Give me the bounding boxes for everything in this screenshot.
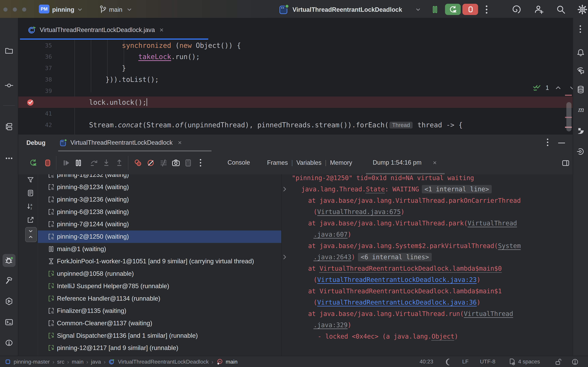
copy-dump-icon[interactable] <box>27 189 34 197</box>
next-problem-icon[interactable] <box>569 85 573 91</box>
maven-icon[interactable]: m <box>576 105 585 114</box>
code-editor[interactable]: 35 synchronized (new Object()) {36 takeL… <box>18 40 573 134</box>
toolbar-more-icon[interactable] <box>199 158 202 167</box>
line-number[interactable]: 39 <box>18 87 52 94</box>
project-name[interactable]: pinning <box>52 6 74 13</box>
breadcrumb-item[interactable]: main <box>72 359 84 365</box>
rerun-icon[interactable] <box>29 159 37 167</box>
source-link[interactable]: VirtualThreadReentrantLockDeadlock.java:… <box>317 299 477 306</box>
tab-variables[interactable]: Variables <box>296 159 321 166</box>
stack-trace-line[interactable]: (VirtualThread.java:675) <box>313 206 405 217</box>
thread-row[interactable]: Finalizer@1135 (waiting) <box>38 305 281 317</box>
collapse-all-button[interactable] <box>25 227 37 242</box>
services-tool-icon[interactable] <box>5 297 13 306</box>
line-number[interactable]: 36 <box>18 53 52 60</box>
thread-row[interactable]: main@1 (waiting) <box>38 243 281 255</box>
breadcrumb-item[interactable]: VirtualThreadReentrantLockDeadlock <box>118 359 209 365</box>
resume-icon[interactable] <box>62 159 71 167</box>
stack-text[interactable]: Object <box>432 333 454 340</box>
code-line[interactable]: 37 } <box>18 62 573 74</box>
stack-trace-line[interactable]: java.lang.Thread.State: WAITING<1 intern… <box>301 184 492 195</box>
step-out-icon[interactable] <box>115 159 124 167</box>
hide-panel-icon[interactable] <box>558 143 565 143</box>
source-link[interactable]: .java:329 <box>313 321 347 329</box>
layout-settings-icon[interactable] <box>562 159 570 167</box>
stack-trace-line[interactable]: at java.base/java.lang.VirtualThread.par… <box>308 195 521 206</box>
close-icon[interactable] <box>159 27 164 33</box>
stack-trace-line[interactable]: (VirtualThreadReentrantLockDeadlock.java… <box>313 274 480 285</box>
source-link[interactable]: .java:2643 <box>313 253 351 261</box>
settings-gear-icon[interactable] <box>578 5 587 15</box>
stack-trace-line[interactable]: .java:329) <box>313 319 351 331</box>
code-line[interactable]: 41 <box>18 108 573 119</box>
error-indicator-icon[interactable] <box>571 358 579 366</box>
stack-trace-line[interactable]: at VirtualThreadReentrantLockDeadlock.la… <box>308 285 502 297</box>
thread-row[interactable]: pinning-2@1250 (waiting) <box>38 231 281 243</box>
close-icon[interactable] <box>177 140 182 145</box>
thread-row[interactable]: pinning-6@1238 (waiting) <box>38 206 281 218</box>
cursor-position[interactable]: 40:23 <box>420 359 433 365</box>
thread-row[interactable]: unpinned@1058 (runnable) <box>38 267 281 280</box>
code-line[interactable]: 39 <box>18 85 573 97</box>
project-tool-icon[interactable] <box>5 46 13 55</box>
tab-options-icon[interactable] <box>579 25 582 33</box>
fold-chevron-icon[interactable] <box>283 254 287 260</box>
thread-row[interactable]: pinning-1@1232 (waiting) <box>38 174 281 181</box>
ai-assistant-icon[interactable] <box>511 5 521 15</box>
thread-row[interactable]: pinning-8@1234 (waiting) <box>38 181 281 193</box>
stack-trace-line[interactable]: - locked <0x4ec> (a java.lang.Object) <box>318 331 458 342</box>
fold-chevron-icon[interactable] <box>283 186 287 192</box>
tab-memory[interactable]: Memory <box>330 159 352 166</box>
stack-text[interactable]: State <box>366 185 385 193</box>
rerun-debug-button[interactable] <box>445 4 461 15</box>
line-number[interactable]: 42 <box>18 122 52 128</box>
stack-trace-line[interactable]: (VirtualThreadReentrantLockDeadlock.java… <box>313 297 480 308</box>
structure-tool-icon[interactable] <box>5 122 13 131</box>
code-line[interactable]: 35 synchronized (new Object()) { <box>18 40 573 51</box>
debug-panel-title[interactable]: Debug <box>26 139 45 146</box>
notifications-bell-icon[interactable] <box>576 49 585 57</box>
step-into-icon[interactable] <box>102 159 111 167</box>
internal-lines-badge[interactable]: <1 internal line> <box>422 185 492 193</box>
code-line[interactable]: 38 })).toList(); <box>18 74 573 85</box>
stop-button[interactable] <box>462 4 478 15</box>
indent-style[interactable]: 4 spaces <box>518 359 540 365</box>
commit-tool-icon[interactable] <box>5 81 13 90</box>
tab-console[interactable]: Console <box>227 159 250 166</box>
more-actions-icon[interactable] <box>485 5 488 14</box>
stack-trace-line[interactable]: "pinning-2@1250" tid=0x1d nid=NA virtual… <box>292 174 474 184</box>
breadcrumb-item[interactable]: src <box>57 359 64 365</box>
pause-icon[interactable] <box>74 159 83 167</box>
stack-trace-line[interactable]: at java.base/java.lang.VirtualThread.par… <box>308 217 517 229</box>
breadcrumb-item[interactable]: pinning-master <box>14 359 50 365</box>
trace-settings-icon[interactable] <box>159 159 168 167</box>
source-link[interactable]: .java:607 <box>313 231 347 238</box>
file-encoding[interactable]: UTF-8 <box>480 359 495 365</box>
source-link[interactable]: VirtualThreadReentrantLockDeadlock.java:… <box>317 276 477 284</box>
more-tool-windows-icon[interactable] <box>5 154 13 163</box>
source-link[interactable]: System <box>498 242 521 250</box>
tool-window-square-icon[interactable] <box>4 358 11 365</box>
view-breakpoints-icon[interactable] <box>134 159 142 167</box>
editor-scrollbar-thumb[interactable] <box>566 102 571 131</box>
line-separator[interactable]: LF <box>462 359 468 365</box>
window-close-button[interactable] <box>3 8 8 12</box>
line-number[interactable]: 41 <box>18 110 52 117</box>
debug-tool-button[interactable] <box>3 254 16 267</box>
window-zoom-button[interactable] <box>22 8 26 12</box>
stack-trace-line[interactable]: at VirtualThreadReentrantLockDeadlock.la… <box>308 263 502 274</box>
tab-frames[interactable]: Frames <box>267 159 288 166</box>
branch-name[interactable]: main <box>109 6 122 13</box>
prev-problem-icon[interactable] <box>554 85 562 91</box>
filter-icon[interactable] <box>27 176 34 184</box>
close-dump-icon[interactable] <box>432 160 438 166</box>
window-minimize-button[interactable] <box>13 8 17 12</box>
moon-icon[interactable] <box>445 358 453 366</box>
code-line[interactable]: 42 Stream.concat(Stream.of(unpinnedThrea… <box>18 119 573 131</box>
problems-tool-icon[interactable] <box>5 339 13 347</box>
evaluate-expression-icon[interactable] <box>184 159 192 167</box>
thread-row[interactable]: pinning-12@1217 [and 9 similar] (runnabl… <box>38 342 281 354</box>
breadcrumb-item[interactable]: main <box>226 359 237 365</box>
dependencies-icon[interactable] <box>576 127 585 135</box>
database-icon[interactable] <box>576 85 585 94</box>
